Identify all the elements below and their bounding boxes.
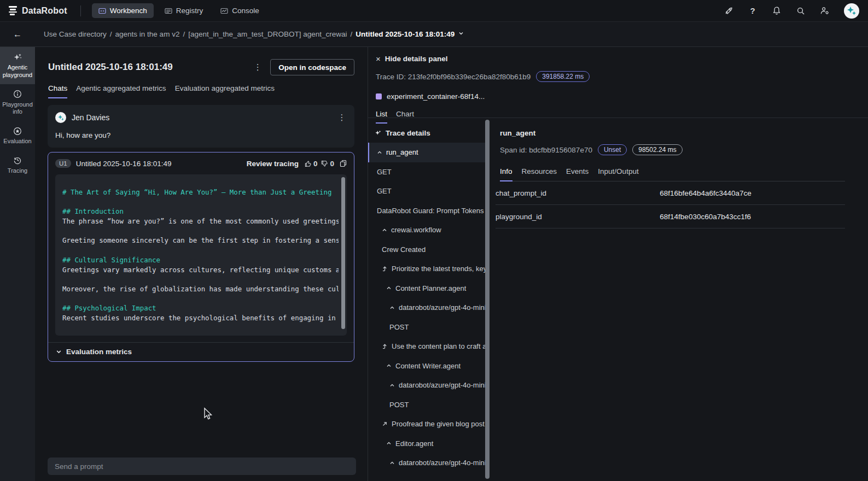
evaluation-metrics-label: Evaluation metrics — [66, 348, 132, 356]
span-tab-info[interactable]: Info — [500, 167, 512, 181]
trace-tree-item-label: POST — [389, 323, 409, 331]
trace-tree-item[interactable]: Use the content plan to craft a c — [368, 337, 485, 356]
search-icon[interactable] — [796, 6, 806, 16]
container-label: experiment_container-68f14... — [387, 92, 485, 101]
nav-tab-workbench[interactable]: Workbench — [92, 3, 154, 18]
navbar-tabs: WorkbenchRegistryConsole — [92, 3, 266, 18]
workbench-icon — [98, 8, 106, 14]
evaluation-metrics-toggle[interactable]: Evaluation metrics — [48, 342, 354, 361]
playground-chat-panel: Untitled 2025-10-16 18:01:49 Open in cod… — [35, 47, 368, 481]
sidebar-item-label: Evaluation — [3, 138, 31, 145]
trace-tree-item-label: DataRobot Guard: Prompt Tokens — [377, 207, 484, 215]
thumbs-up-button[interactable]: 0 — [305, 160, 318, 168]
navbar-right-icons: ? — [724, 3, 859, 19]
breadcrumb-segment[interactable]: agents in the am v2 — [115, 30, 180, 38]
trace-tree-item[interactable]: Editor.agent — [368, 434, 485, 454]
trace-tree-item-label: Content Writer.agent — [395, 362, 461, 370]
trace-tree-item[interactable]: datarobot/azure/gpt-4o-mini.l — [368, 298, 485, 318]
markdown-line: Greeting someone sincerely can be the fi… — [62, 236, 339, 245]
span-subtitle-row: Span id: bdcfbb9156087e70 Unset 98502.24… — [500, 144, 845, 155]
trace-tree-item-label: crewai.workflow — [391, 226, 441, 234]
trace-tree-item-label: Crew Created — [382, 245, 426, 254]
user-settings-icon[interactable] — [820, 6, 830, 16]
info-row-key: playground_id — [496, 213, 660, 221]
sidebar-item-label: Agentic playground — [1, 64, 34, 79]
sidebar-item-playground-info[interactable]: Playground info — [0, 84, 35, 121]
sidebar-item-tracing[interactable]: Tracing — [0, 150, 35, 180]
tree-scrollbar[interactable] — [485, 120, 490, 479]
thumbs-up-count: 0 — [313, 160, 318, 168]
trace-tree-item-label: Content Planner.agent — [395, 284, 466, 292]
playground-menu-kebab-icon[interactable] — [253, 62, 263, 72]
tab-agentic-aggregated-metrics[interactable]: Agentic aggregated metrics — [76, 84, 166, 98]
trace-details-panel: Hide details panel Trace ID: 213fe2f0bf9… — [368, 47, 868, 481]
trace-tree-title: Trace details — [386, 129, 430, 137]
sidebar-item-evaluation[interactable]: Evaluation — [0, 121, 35, 150]
trace-tree-item[interactable]: Proofread the given blog post for — [368, 414, 485, 434]
code-scrollbar[interactable] — [341, 177, 345, 329]
trace-tree: Trace details run_agentGETGETDataRobot G… — [368, 118, 485, 481]
thumbs-down-icon — [321, 160, 328, 167]
nav-tab-console[interactable]: Console — [214, 3, 266, 18]
send-prompt-input[interactable] — [48, 457, 356, 475]
copy-icon[interactable] — [340, 160, 347, 167]
span-tab-events[interactable]: Events — [566, 167, 589, 181]
markdown-line: Recent studies underscore the psychologi… — [62, 313, 339, 323]
breadcrumb-current[interactable]: Untitled 2025-10-16 18:01:49 — [356, 30, 455, 38]
trace-tree-item[interactable]: Content Planner.agent — [368, 279, 485, 298]
response-markdown-block: # The Art of Saying “Hi, How Are You?” —… — [55, 174, 347, 336]
trace-tree-item[interactable]: Prioritize the latest trends, key p — [368, 259, 485, 279]
trace-tree-item[interactable]: datarobot/azure/gpt-4o-mini.l — [368, 453, 485, 473]
chevron-up-icon — [386, 285, 392, 291]
thumbs-up-icon — [305, 160, 312, 167]
user-avatar[interactable] — [844, 3, 859, 19]
hide-details-panel-button[interactable]: Hide details panel — [376, 54, 860, 63]
review-tracing-link[interactable]: Review tracing — [247, 160, 299, 168]
trace-id-text: Trace ID: 213fe2f0bf96b339ec26ba82f80b61… — [376, 73, 531, 81]
trace-tree-item[interactable]: run_agent — [368, 143, 485, 162]
trace-tree-item[interactable]: crewai.workflow — [368, 220, 485, 240]
trace-tree-item-label: run_agent — [386, 148, 418, 156]
registry-icon — [165, 8, 172, 14]
datarobot-logo[interactable]: DataRobot — [9, 6, 67, 16]
span-info-table: chat_prompt_id68f16bfe64b4a6fc3440a7cepl… — [496, 181, 845, 228]
trace-tree-item[interactable]: GET — [368, 162, 485, 182]
star-icon — [13, 126, 22, 136]
markdown-line: ## Cultural Significance — [62, 255, 339, 265]
trace-tree-item[interactable]: DataRobot Guard: Prompt Tokens — [368, 201, 485, 221]
trace-tree-item[interactable]: POST — [368, 395, 485, 415]
trace-tree-item-label: GET — [377, 168, 392, 176]
sidebar-item-agentic-playground[interactable]: Agentic playground — [0, 47, 35, 84]
help-icon[interactable]: ? — [748, 6, 758, 16]
message-author: Jen Davies — [72, 113, 109, 122]
trace-tree-item[interactable]: datarobot/azure/gpt-4o-mini.l — [368, 376, 485, 395]
back-arrow-button[interactable] — [13, 30, 22, 39]
trace-tree-item[interactable]: Content Writer.agent — [368, 356, 485, 376]
info-icon — [13, 90, 22, 99]
rocket-icon[interactable] — [724, 6, 733, 16]
tab-chats[interactable]: Chats — [48, 84, 67, 98]
breadcrumb-segment[interactable]: [agent_in_the_am_test_DROBOT] agent_crew… — [188, 30, 347, 38]
notifications-bell-icon[interactable] — [772, 6, 782, 16]
user-avatar-small — [55, 112, 66, 123]
tab-evaluation-aggregated-metrics[interactable]: Evaluation aggregated metrics — [175, 84, 275, 98]
trace-tree-item-label: Prioritize the latest trends, key p — [392, 265, 485, 273]
thumbs-down-button[interactable]: 0 — [321, 160, 334, 168]
sparkles-icon — [375, 130, 382, 137]
trace-tree-items: run_agentGETGETDataRobot Guard: Prompt T… — [368, 143, 485, 473]
span-tab-input-output[interactable]: Input/Output — [598, 167, 638, 181]
chevron-up-icon — [389, 305, 395, 310]
span-tab-resources[interactable]: Resources — [522, 167, 557, 181]
trace-tree-item[interactable]: POST — [368, 318, 485, 337]
trace-tree-item[interactable]: Crew Created — [368, 240, 485, 260]
span-duration-badge: 98502.24 ms — [632, 144, 682, 155]
message-menu-kebab-icon[interactable] — [337, 113, 347, 122]
breadcrumb-segment[interactable]: Use Case directory — [44, 30, 107, 38]
open-in-codespace-button[interactable]: Open in codespace — [270, 59, 354, 75]
user-message-card: Jen Davies Hi, how are you? — [48, 105, 354, 148]
nav-tab-registry[interactable]: Registry — [158, 3, 210, 18]
details-body: Trace details run_agentGETGETDataRobot G… — [368, 118, 868, 481]
experiment-container-row[interactable]: experiment_container-68f14... — [376, 92, 860, 101]
breadcrumb: Use Case directory/agents in the am v2/[… — [44, 30, 464, 38]
trace-tree-item[interactable]: GET — [368, 181, 485, 201]
